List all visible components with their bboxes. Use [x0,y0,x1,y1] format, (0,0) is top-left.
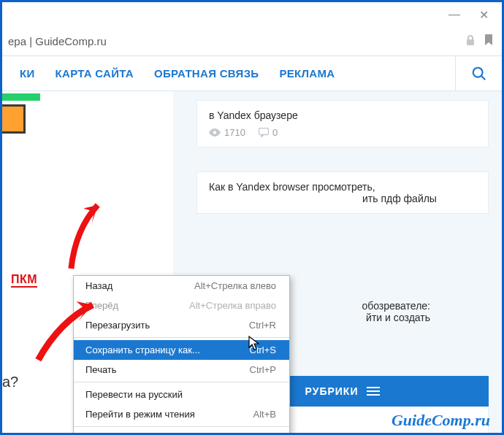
nav-item-0[interactable]: КИ [9,67,45,80]
browser-window: — ✕ ера | GuideComp.ru КИ КАРТА САЙТА ОБ… [0,0,504,435]
ctx-save-as[interactable]: Сохранить страницу как...Ctrl+S [74,340,289,360]
article-line2: йти и создать [325,312,489,323]
top-nav: КИ КАРТА САЙТА ОБРАТНАЯ СВЯЗЬ РЕКЛАМА [2,56,502,91]
comment-icon [259,128,269,137]
bookmark-icon[interactable] [484,34,493,49]
comments-stat: 0 [259,127,278,138]
svg-point-1 [473,67,482,77]
nav-item-1[interactable]: КАРТА САЙТА [45,67,144,80]
widget-title: РУБРИКИ [305,385,359,397]
page-title: ера | GuideComp.ru [2,35,107,47]
nav-item-3[interactable]: РЕКЛАМА [269,67,345,80]
svg-rect-4 [259,128,268,135]
ctx-view-source[interactable]: Просмотреть код страницыCtrl+U [74,429,289,435]
svg-line-2 [481,75,485,80]
article-card-1[interactable]: в Yandex браузере 1710 0 [196,100,489,147]
svg-point-3 [213,131,217,134]
search-button[interactable] [455,56,502,91]
article-title: в Yandex браузере [209,109,476,121]
green-strip [2,93,40,101]
lock-icon[interactable] [465,34,476,49]
ctx-print[interactable]: ПечатьCtrl+P [74,360,289,380]
article-title: обозревателе: [325,300,489,312]
article-card-2[interactable]: Как в Yandex browser просмотреть, ить пд… [196,172,489,214]
thumbnail-fragment [2,104,26,134]
menu-icon [367,385,380,398]
svg-rect-0 [467,39,474,45]
nav-item-2[interactable]: ОБРАТНАЯ СВЯЗЬ [144,67,269,80]
context-menu: НазадAlt+Стрелка влево ВперёдAlt+Стрелка… [73,275,290,435]
watermark: GuideComp.ru [392,411,490,430]
article-card-3[interactable]: обозревателе: йти и создать [313,296,489,328]
eye-icon [209,128,221,136]
views-stat: 1710 [209,127,245,138]
ctx-separator [74,426,289,427]
ctx-separator [74,337,289,338]
window-minimize-button[interactable]: — [448,8,459,21]
text-fragment: а? [2,374,18,390]
window-close-button[interactable]: ✕ [479,8,489,22]
pkm-annotation: ПКМ [11,273,37,288]
address-bar[interactable]: ера | GuideComp.ru [2,27,502,56]
article-line2: ить пдф файлы [362,193,476,204]
ctx-reader-mode[interactable]: Перейти в режим чтенияAlt+B [74,404,289,424]
ctx-separator [74,382,289,382]
article-title: Как в Yandex browser просмотреть, [209,181,476,193]
ctx-back[interactable]: НазадAlt+Стрелка влево [74,276,289,296]
ctx-translate[interactable]: Перевести на русский [74,385,289,404]
window-titlebar: — ✕ [2,2,502,27]
page-content: ПКМ а? в Yandex браузере 1710 0 Как в Ya… [2,91,502,435]
